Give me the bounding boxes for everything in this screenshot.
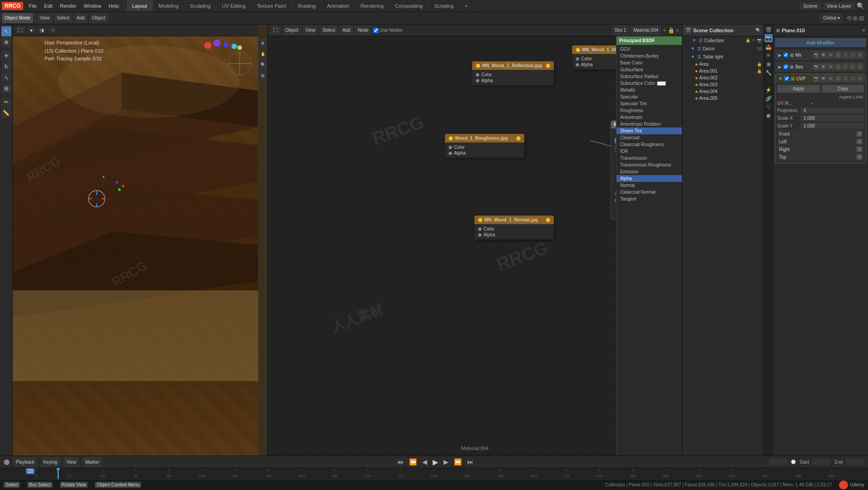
mod-bevel-up[interactable]: ↑ <box>842 64 848 70</box>
workspace-tab-modeling[interactable]: Modeling <box>153 0 185 11</box>
sc-area004[interactable]: ● Area.004 <box>682 88 764 95</box>
ne-add-btn[interactable]: Add <box>340 25 353 35</box>
shader-metallic[interactable]: Metallic <box>616 87 682 93</box>
mod-mirror-cam[interactable]: 📷 <box>813 52 819 58</box>
workspace-tab-add[interactable]: + <box>459 0 473 11</box>
scale-tool[interactable]: ⤡ <box>1 73 11 83</box>
select-btn[interactable]: Select <box>54 13 72 23</box>
shader-transmission-roughness[interactable]: Transmission Roughness <box>616 162 682 168</box>
ne-material-btn[interactable]: Material.004 <box>631 25 661 35</box>
shader-ior[interactable]: IOR <box>616 148 682 155</box>
menu-help[interactable]: Help <box>105 2 123 10</box>
node-editor[interactable]: ⛶ Object View Select Add Node Use Nodes … <box>268 24 682 456</box>
ne-type-icon[interactable]: ⛶ <box>271 25 281 35</box>
vp-right-btn1[interactable]: ⊕ <box>258 38 268 48</box>
timeline-ruler[interactable]: 0 20 40 60 80 100 120 140 160 180 <box>0 468 868 479</box>
uv-copy-btn[interactable]: Copy <box>822 85 864 93</box>
sc-area[interactable]: ● Area 🔒 <box>682 61 764 68</box>
shader-tangent[interactable]: Tangent <box>616 196 682 202</box>
move-tool[interactable]: ✛ <box>1 51 11 61</box>
transform-tool[interactable]: ⊞ <box>1 83 11 93</box>
sc-area005[interactable]: ● Area.005 <box>682 95 764 102</box>
workspace-tab-texturepaint[interactable]: Texture Paint <box>252 0 292 11</box>
workspace-tab-sculpting[interactable]: Sculpting <box>185 0 217 11</box>
prop-data-icon[interactable]: ▽ <box>764 103 773 111</box>
shader-anisotropic[interactable]: Anisotropic <box>616 114 682 121</box>
scale-y-input[interactable] <box>801 123 864 129</box>
mode-dropdown[interactable]: Object Mode <box>2 13 33 23</box>
shader-sheen-tint[interactable]: Sheen Tint <box>616 127 682 134</box>
shader-basecolor[interactable]: Base Color <box>616 59 682 66</box>
workspace-tab-rendering[interactable]: Rendering <box>355 0 390 11</box>
play-to-start[interactable]: ⏮ <box>396 458 404 466</box>
scale-x-input[interactable] <box>801 115 864 121</box>
use-nodes-toggle[interactable]: Use Nodes <box>373 28 402 33</box>
node-roughness[interactable]: Wood_1_Roughness.jpg Color Alpha <box>445 134 524 158</box>
view-menu[interactable]: View <box>64 457 79 467</box>
prop-output-icon[interactable]: 📤 <box>764 43 773 51</box>
mod-mirror-up[interactable]: ↑ <box>842 52 848 58</box>
sc-root[interactable]: ▼ ☰ Collection 🔒 👁 📷 <box>682 36 764 44</box>
prop-object-icon[interactable]: ▣ <box>764 60 773 68</box>
mod-bevel-close[interactable]: × <box>857 64 863 70</box>
keying-menu[interactable]: Keying <box>41 457 60 467</box>
mod-bevel-edit[interactable]: ✏ <box>828 64 834 70</box>
play-next-frame[interactable]: ⏩ <box>453 458 463 466</box>
global-dropdown[interactable]: Global ▾ <box>820 13 843 23</box>
mod-mirror-frame[interactable]: ⬡ <box>835 52 841 58</box>
sc-decor[interactable]: ▼ ☰ Decor 32 <box>682 44 764 53</box>
mod-uvp-render[interactable]: 👁 <box>820 75 827 82</box>
prop-render-icon[interactable]: 📷 <box>764 34 773 42</box>
view-layer-selector[interactable]: View Layer <box>823 2 855 10</box>
prop-constraint-icon[interactable]: 🔗 <box>764 94 773 103</box>
add-btn[interactable]: Add <box>74 13 88 23</box>
frame-current-input[interactable]: 13 <box>769 459 787 465</box>
shader-ggx[interactable]: GGX <box>616 46 682 53</box>
cursor-tool[interactable]: ⊕ <box>1 37 11 47</box>
shader-roughness[interactable]: Roughness <box>616 107 682 114</box>
mod-mirror-close[interactable]: × <box>857 52 863 58</box>
frame-end-input[interactable]: 1000 <box>846 459 864 465</box>
shader-subsurface-radius[interactable]: Subsurface Radius <box>616 73 682 80</box>
viewport[interactable]: ↖ ⊕ ✛ ↻ ⤡ ⊞ ✏ 📏 ⛶ ● ◑ ○ <box>0 24 268 456</box>
marker-menu[interactable]: Marker <box>83 457 102 467</box>
mod-mirror-down[interactable]: ↓ <box>849 52 856 58</box>
shader-clearcoat[interactable]: Clearcoat <box>616 134 682 141</box>
workspace-tab-compositing[interactable]: Compositing <box>390 0 429 11</box>
object-btn[interactable]: Object <box>89 13 108 23</box>
measure-tool[interactable]: 📏 <box>1 108 11 118</box>
modifier-uvp-enable[interactable] <box>784 76 789 81</box>
node-normal[interactable]: MN_Wood_1_Normal.jpg Color Alpha <box>474 216 554 240</box>
mod-bevel-frame[interactable]: ⬡ <box>835 64 841 70</box>
menu-file[interactable]: File <box>25 2 40 10</box>
shader-normal[interactable]: Normal <box>616 182 682 189</box>
mod-uvp-edit[interactable]: ✏ <box>828 75 834 82</box>
workspace-tab-scripting[interactable]: Scripting <box>429 0 459 11</box>
vp-right-btn4[interactable]: ⊞ <box>258 71 268 81</box>
ne-node-btn[interactable]: Node <box>355 25 371 35</box>
shader-clearcoat-normal[interactable]: Clearcoat Normal <box>616 189 682 196</box>
shader-alpha[interactable]: Alpha <box>616 175 682 182</box>
playback-menu[interactable]: Playback <box>13 457 37 467</box>
projectors-count-input[interactable] <box>801 108 864 113</box>
modifier-bevel-enable[interactable] <box>784 64 788 69</box>
vp-shading-solid[interactable]: ● <box>27 27 35 33</box>
proj-left-close[interactable]: × <box>857 139 862 144</box>
frame-start-input[interactable]: 1 <box>813 459 831 465</box>
play-prev-frame[interactable]: ⏪ <box>408 458 418 466</box>
play-stop[interactable]: ▶ <box>432 458 439 466</box>
uv-apply-btn[interactable]: Apply <box>777 85 820 93</box>
shader-specular[interactable]: Specular <box>616 93 682 100</box>
ne-view-btn[interactable]: View <box>303 25 318 35</box>
vp-header-icon[interactable]: ⛶ <box>15 27 25 33</box>
shader-specular-tint[interactable]: Specular Tint <box>616 100 682 107</box>
vp-shading-mat[interactable]: ◑ <box>37 27 47 33</box>
mod-mirror-render[interactable]: 👁 <box>820 52 827 58</box>
workspace-tab-shading[interactable]: Shading <box>292 0 321 11</box>
prop-material-icon[interactable]: ⬟ <box>764 112 773 120</box>
play-to-end[interactable]: ⏭ <box>466 458 474 466</box>
play-reverse[interactable]: ◀ <box>421 458 428 466</box>
shader-clearcoat-roughness[interactable]: Clearcoat Roughness <box>616 141 682 148</box>
sc-area002[interactable]: ● Area.002 <box>682 74 764 81</box>
menu-render[interactable]: Render <box>56 2 80 10</box>
